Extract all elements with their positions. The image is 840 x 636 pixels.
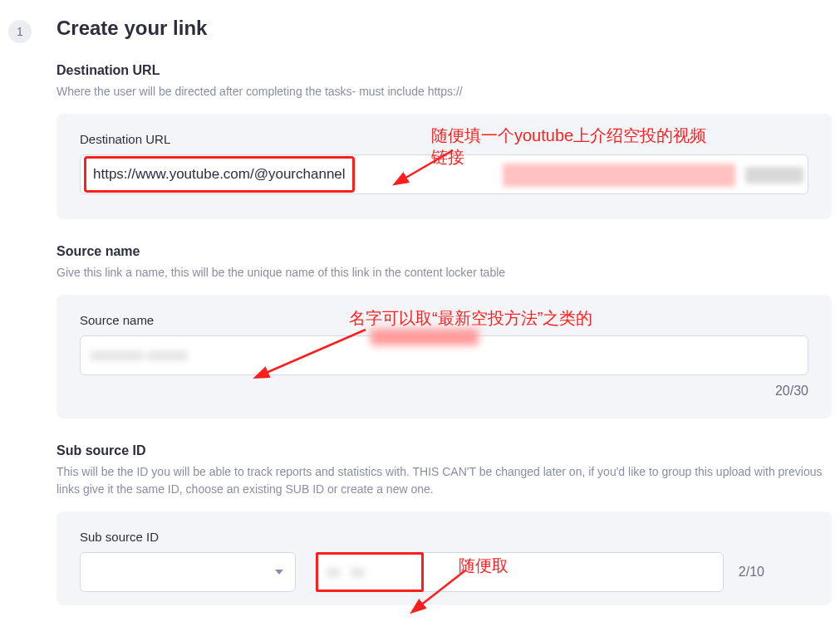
section-description: This will be the ID you will be able to … xyxy=(56,463,832,498)
redacted-text: xxxxxxxx xxxxxx xyxy=(91,348,187,363)
char-counter: 2/10 xyxy=(739,565,764,580)
card-destination: Destination URL https://www.youtube.com/… xyxy=(56,114,832,219)
destination-url-input[interactable]: https://www.youtube.com/@yourchannel xyxy=(80,154,808,194)
section-heading: Destination URL xyxy=(56,63,832,78)
section-destination-url: Destination URL Where the user will be d… xyxy=(56,63,832,219)
section-description: Give this link a name, this will be the … xyxy=(56,264,832,281)
section-heading: Source name xyxy=(56,244,832,259)
card-source: Source name xxxxxxxx xxxxxx 20/30 xyxy=(56,295,832,418)
card-sub-source: Sub source ID xx xx xyxy=(56,511,832,605)
field-label: Source name xyxy=(80,313,808,327)
redacted-region xyxy=(371,329,479,345)
destination-url-value: https://www.youtube.com/@yourchannel xyxy=(84,156,355,193)
field-label: Destination URL xyxy=(80,132,808,146)
field-label: Sub source ID xyxy=(80,530,808,544)
redacted-region xyxy=(745,167,803,183)
redacted-text: xx xx xyxy=(327,565,364,580)
chevron-down-icon xyxy=(275,570,283,575)
step-number-badge: 1 xyxy=(8,20,32,43)
section-heading: Sub source ID xyxy=(56,443,832,458)
section-sub-source: Sub source ID This will be the ID you wi… xyxy=(56,443,832,605)
page-title: Create your link xyxy=(56,17,832,40)
sub-source-select[interactable] xyxy=(80,552,296,592)
redacted-region xyxy=(503,164,735,187)
section-description: Where the user will be directed after co… xyxy=(56,83,832,100)
sub-source-input[interactable]: xx xx xyxy=(316,552,724,592)
char-counter: 20/30 xyxy=(80,384,808,399)
